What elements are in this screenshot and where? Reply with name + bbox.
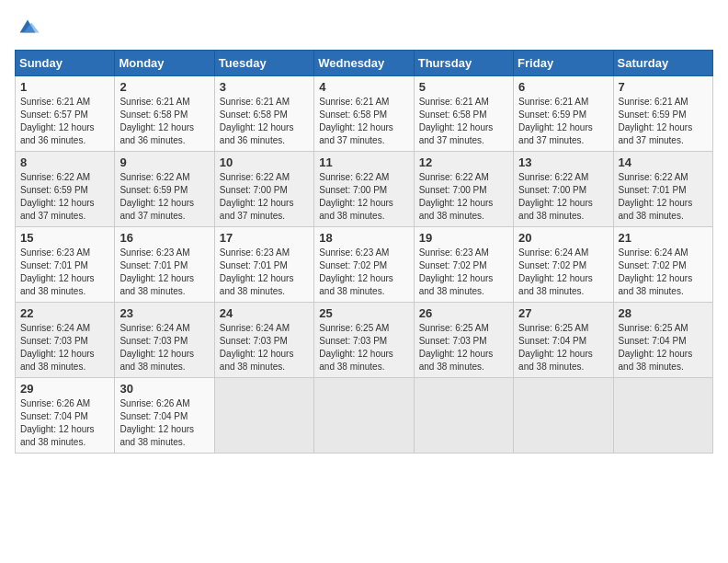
calendar-week-row: 29 Sunrise: 6:26 AMSunset: 7:04 PMDaylig… [16, 378, 713, 454]
day-info: Sunrise: 6:24 AMSunset: 7:03 PMDaylight:… [220, 323, 294, 372]
calendar-cell: 20 Sunrise: 6:24 AMSunset: 7:02 PMDaylig… [514, 227, 613, 303]
day-number: 27 [518, 306, 608, 320]
calendar-day-header: Friday [514, 51, 613, 76]
day-info: Sunrise: 6:21 AMSunset: 6:58 PMDaylight:… [419, 97, 494, 145]
calendar-cell: 10 Sunrise: 6:22 AMSunset: 7:00 PMDaylig… [214, 152, 313, 227]
day-number: 26 [419, 306, 508, 320]
calendar-cell: 25 Sunrise: 6:25 AMSunset: 7:03 PMDaylig… [314, 303, 414, 378]
calendar-cell: 27 Sunrise: 6:25 AMSunset: 7:04 PMDaylig… [514, 303, 613, 378]
calendar-cell: 2 Sunrise: 6:21 AMSunset: 6:58 PMDayligh… [115, 76, 214, 152]
day-info: Sunrise: 6:25 AMSunset: 7:03 PMDaylight:… [319, 323, 393, 372]
calendar-cell: 28 Sunrise: 6:25 AMSunset: 7:04 PMDaylig… [613, 303, 712, 378]
calendar-cell: 29 Sunrise: 6:26 AMSunset: 7:04 PMDaylig… [16, 378, 115, 454]
day-number: 13 [518, 155, 608, 169]
day-number: 6 [518, 80, 608, 94]
day-info: Sunrise: 6:22 AMSunset: 6:59 PMDaylight:… [20, 172, 95, 221]
day-info: Sunrise: 6:22 AMSunset: 7:00 PMDaylight:… [220, 172, 294, 221]
day-info: Sunrise: 6:21 AMSunset: 6:59 PMDaylight:… [619, 97, 693, 145]
calendar-cell: 8 Sunrise: 6:22 AMSunset: 6:59 PMDayligh… [16, 152, 115, 227]
calendar-cell [613, 378, 712, 454]
logo [15, 15, 44, 40]
day-number: 15 [20, 231, 109, 245]
day-number: 9 [119, 155, 209, 169]
day-number: 30 [119, 382, 209, 396]
calendar-day-header: Wednesday [314, 51, 414, 76]
day-info: Sunrise: 6:21 AMSunset: 6:59 PMDaylight:… [518, 97, 593, 145]
day-info: Sunrise: 6:22 AMSunset: 7:00 PMDaylight:… [419, 172, 494, 221]
day-number: 2 [119, 80, 209, 94]
calendar-cell: 4 Sunrise: 6:21 AMSunset: 6:58 PMDayligh… [314, 76, 414, 152]
day-info: Sunrise: 6:24 AMSunset: 7:03 PMDaylight:… [20, 323, 95, 372]
calendar-cell: 21 Sunrise: 6:24 AMSunset: 7:02 PMDaylig… [613, 227, 712, 303]
calendar-week-row: 1 Sunrise: 6:21 AMSunset: 6:57 PMDayligh… [16, 76, 713, 152]
calendar-cell: 5 Sunrise: 6:21 AMSunset: 6:58 PMDayligh… [414, 76, 513, 152]
calendar-day-header: Monday [115, 51, 214, 76]
calendar-cell: 15 Sunrise: 6:23 AMSunset: 7:01 PMDaylig… [16, 227, 115, 303]
day-info: Sunrise: 6:25 AMSunset: 7:04 PMDaylight:… [619, 323, 693, 372]
day-info: Sunrise: 6:22 AMSunset: 7:01 PMDaylight:… [619, 172, 693, 221]
calendar-cell: 9 Sunrise: 6:22 AMSunset: 6:59 PMDayligh… [115, 152, 214, 227]
day-info: Sunrise: 6:26 AMSunset: 7:04 PMDaylight:… [20, 398, 95, 447]
calendar-cell [214, 378, 313, 454]
calendar-cell: 14 Sunrise: 6:22 AMSunset: 7:01 PMDaylig… [613, 152, 712, 227]
day-number: 20 [518, 231, 608, 245]
day-number: 25 [319, 306, 408, 320]
day-number: 23 [119, 306, 209, 320]
calendar-cell: 1 Sunrise: 6:21 AMSunset: 6:57 PMDayligh… [16, 76, 115, 152]
day-info: Sunrise: 6:22 AMSunset: 7:00 PMDaylight:… [319, 172, 393, 221]
calendar-cell: 18 Sunrise: 6:23 AMSunset: 7:02 PMDaylig… [314, 227, 414, 303]
calendar-cell: 7 Sunrise: 6:21 AMSunset: 6:59 PMDayligh… [613, 76, 712, 152]
logo-icon [15, 15, 40, 40]
day-number: 16 [119, 231, 209, 245]
calendar-cell: 6 Sunrise: 6:21 AMSunset: 6:59 PMDayligh… [514, 76, 613, 152]
day-info: Sunrise: 6:22 AMSunset: 6:59 PMDaylight:… [119, 172, 194, 221]
calendar-cell [514, 378, 613, 454]
calendar-week-row: 8 Sunrise: 6:22 AMSunset: 6:59 PMDayligh… [16, 152, 713, 227]
day-number: 19 [419, 231, 508, 245]
calendar-table: SundayMondayTuesdayWednesdayThursdayFrid… [15, 50, 713, 454]
calendar-day-header: Tuesday [214, 51, 313, 76]
calendar-day-header: Sunday [16, 51, 115, 76]
day-info: Sunrise: 6:23 AMSunset: 7:02 PMDaylight:… [319, 247, 393, 296]
calendar-week-row: 22 Sunrise: 6:24 AMSunset: 7:03 PMDaylig… [16, 303, 713, 378]
day-number: 14 [619, 155, 708, 169]
day-number: 1 [20, 80, 109, 94]
calendar-cell: 17 Sunrise: 6:23 AMSunset: 7:01 PMDaylig… [214, 227, 313, 303]
calendar-cell [414, 378, 513, 454]
calendar-header-row: SundayMondayTuesdayWednesdayThursdayFrid… [16, 51, 713, 76]
calendar-cell: 13 Sunrise: 6:22 AMSunset: 7:00 PMDaylig… [514, 152, 613, 227]
day-number: 11 [319, 155, 408, 169]
day-info: Sunrise: 6:25 AMSunset: 7:03 PMDaylight:… [419, 323, 494, 372]
day-info: Sunrise: 6:21 AMSunset: 6:57 PMDaylight:… [20, 97, 95, 145]
day-info: Sunrise: 6:21 AMSunset: 6:58 PMDaylight:… [220, 97, 294, 145]
page-header [15, 15, 713, 40]
day-info: Sunrise: 6:23 AMSunset: 7:02 PMDaylight:… [419, 247, 494, 296]
calendar-cell: 24 Sunrise: 6:24 AMSunset: 7:03 PMDaylig… [214, 303, 313, 378]
day-info: Sunrise: 6:24 AMSunset: 7:02 PMDaylight:… [619, 247, 693, 296]
day-info: Sunrise: 6:23 AMSunset: 7:01 PMDaylight:… [119, 247, 194, 296]
day-number: 5 [419, 80, 508, 94]
calendar-cell: 23 Sunrise: 6:24 AMSunset: 7:03 PMDaylig… [115, 303, 214, 378]
calendar-cell: 22 Sunrise: 6:24 AMSunset: 7:03 PMDaylig… [16, 303, 115, 378]
calendar-cell: 19 Sunrise: 6:23 AMSunset: 7:02 PMDaylig… [414, 227, 513, 303]
day-info: Sunrise: 6:26 AMSunset: 7:04 PMDaylight:… [119, 398, 194, 447]
calendar-cell: 16 Sunrise: 6:23 AMSunset: 7:01 PMDaylig… [115, 227, 214, 303]
calendar-cell: 11 Sunrise: 6:22 AMSunset: 7:00 PMDaylig… [314, 152, 414, 227]
day-number: 29 [20, 382, 109, 396]
calendar-cell: 12 Sunrise: 6:22 AMSunset: 7:00 PMDaylig… [414, 152, 513, 227]
calendar-cell: 3 Sunrise: 6:21 AMSunset: 6:58 PMDayligh… [214, 76, 313, 152]
day-info: Sunrise: 6:24 AMSunset: 7:02 PMDaylight:… [518, 247, 593, 296]
calendar-cell [314, 378, 414, 454]
day-info: Sunrise: 6:25 AMSunset: 7:04 PMDaylight:… [518, 323, 593, 372]
calendar-day-header: Saturday [613, 51, 712, 76]
day-number: 12 [419, 155, 508, 169]
day-info: Sunrise: 6:23 AMSunset: 7:01 PMDaylight:… [20, 247, 95, 296]
day-number: 22 [20, 306, 109, 320]
day-number: 24 [220, 306, 309, 320]
day-number: 7 [619, 80, 708, 94]
day-info: Sunrise: 6:22 AMSunset: 7:00 PMDaylight:… [518, 172, 593, 221]
day-number: 17 [220, 231, 309, 245]
calendar-cell: 30 Sunrise: 6:26 AMSunset: 7:04 PMDaylig… [115, 378, 214, 454]
day-info: Sunrise: 6:21 AMSunset: 6:58 PMDaylight:… [119, 97, 194, 145]
day-number: 18 [319, 231, 408, 245]
